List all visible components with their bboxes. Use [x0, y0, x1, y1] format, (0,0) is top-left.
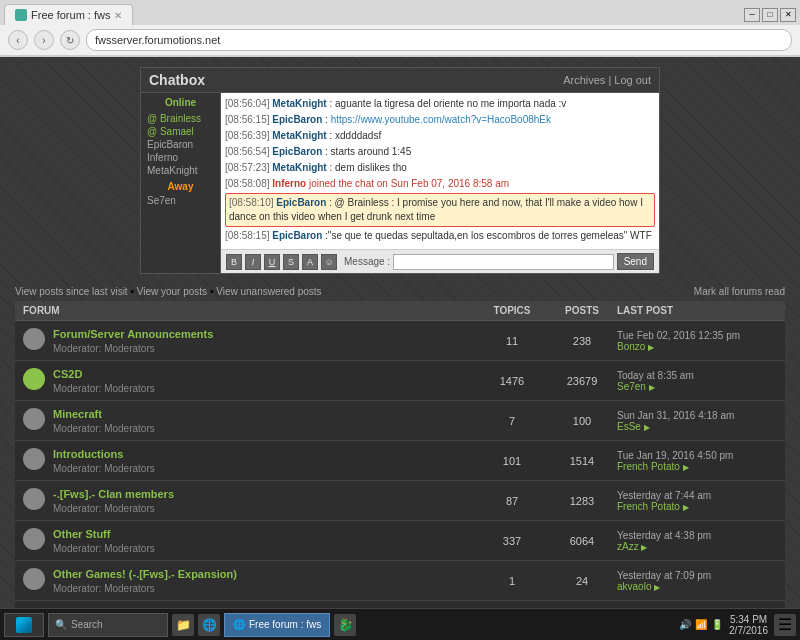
user-epicbaron: EpicBaron	[145, 138, 216, 151]
view-your-posts-link[interactable]: View your posts	[137, 286, 207, 297]
online-label: Online	[145, 97, 216, 108]
forum-details: CS2D Moderator: Moderators	[53, 367, 155, 394]
chat-message: [08:58:15] EpicBaron :"se que te quedas …	[225, 229, 655, 243]
col-forum: FORUM	[23, 305, 477, 316]
minimize-button[interactable]: ─	[744, 8, 760, 22]
last-post-user: akvaolo ▶	[617, 581, 777, 592]
maximize-button[interactable]: □	[762, 8, 778, 22]
col-posts: POSTS	[547, 305, 617, 316]
forum-info: Other Stuff Moderator: Moderators	[23, 527, 477, 554]
forum-rows-container: Forum/Server Announcements Moderator: Mo…	[15, 321, 785, 637]
taskbar-search[interactable]: 🔍 Search	[48, 613, 168, 637]
last-post-time: Yesterday at 7:09 pm	[617, 570, 777, 581]
forum-name-link[interactable]: Forum/Server Announcements	[53, 328, 213, 340]
post-arrow-icon: ▶	[683, 463, 689, 472]
volume-icon: 📶	[695, 619, 707, 630]
forum-moderator: Moderator: Moderators	[53, 463, 155, 474]
post-arrow-icon: ▶	[641, 543, 647, 552]
active-window-label: Free forum : fws	[249, 619, 321, 630]
forum-details: Forum/Server Announcements Moderator: Mo…	[53, 327, 213, 354]
forum-table-header: FORUM TOPICS POSTS LAST POST	[15, 301, 785, 321]
forum-name-link[interactable]: -.[Fws].- Clan members	[53, 488, 174, 500]
last-post-user: French Potato ▶	[617, 501, 777, 512]
smiley-button[interactable]: ☺	[321, 254, 337, 270]
forum-name-link[interactable]: CS2D	[53, 368, 82, 380]
forum-icon	[23, 408, 45, 430]
user-metaknight: MetaKnight	[145, 164, 216, 177]
forum-info: -.[Fws].- Clan members Moderator: Modera…	[23, 487, 477, 514]
taskbar-app-icon[interactable]: 🐉	[334, 614, 356, 636]
forum-topics: 11	[477, 335, 547, 347]
taskbar-browser-icon[interactable]: 🌐	[198, 614, 220, 636]
tab-close-button[interactable]: ✕	[114, 10, 122, 21]
underline-button[interactable]: U	[264, 254, 280, 270]
forum-topics: 337	[477, 535, 547, 547]
close-button[interactable]: ✕	[780, 8, 796, 22]
forum-name-link[interactable]: Minecraft	[53, 408, 102, 420]
chat-link[interactable]: https://www.youtube.com/watch?v=HacoBo08…	[331, 114, 551, 125]
forum-moderator: Moderator: Moderators	[53, 583, 237, 594]
forum-row: Other Games! (-.[Fws].- Expansion) Moder…	[15, 561, 785, 601]
forum-moderator: Moderator: Moderators	[53, 423, 155, 434]
nav-bar: ‹ › ↻	[0, 25, 800, 56]
user-brainless: @ Brainless	[145, 112, 216, 125]
forum-topics: 1476	[477, 375, 547, 387]
user-inferno: Inferno	[145, 151, 216, 164]
forum-name-link[interactable]: Other Games! (-.[Fws].- Expansion)	[53, 568, 237, 580]
forward-button[interactable]: ›	[34, 30, 54, 50]
forum-icon	[23, 488, 45, 510]
active-window[interactable]: 🌐 Free forum : fws	[224, 613, 330, 637]
back-button[interactable]: ‹	[8, 30, 28, 50]
post-arrow-icon: ▶	[648, 343, 654, 352]
last-post-user: EsSe ▶	[617, 421, 777, 432]
message-input[interactable]	[393, 254, 614, 270]
page-content: Chatbox Archives | Log out Online @ Brai…	[0, 57, 800, 637]
last-post: Sun Jan 31, 2016 4:18 am EsSe ▶	[617, 410, 777, 432]
chat-message: [08:56:15] EpicBaron : https://www.youtu…	[225, 113, 655, 127]
taskbar-right: 🔊 📶 🔋 5:34 PM 2/7/2016 ☰	[679, 614, 796, 636]
start-button[interactable]	[4, 613, 44, 637]
forum-icon	[23, 528, 45, 550]
last-post: Yesterday at 4:38 pm zAzz ▶	[617, 530, 777, 552]
chatbox: Chatbox Archives | Log out Online @ Brai…	[140, 67, 660, 274]
view-posts-link[interactable]: View posts since last visit	[15, 286, 128, 297]
forum-moderator: Moderator: Moderators	[53, 503, 174, 514]
forum-icon	[23, 568, 45, 590]
tab-favicon	[15, 9, 27, 21]
forum-info: CS2D Moderator: Moderators	[23, 367, 477, 394]
browser-chrome: Free forum : fws ✕ ─ □ ✕ ‹ › ↻	[0, 0, 800, 57]
tab-title: Free forum : fws	[31, 9, 110, 21]
taskbar-explorer-icon[interactable]: 📁	[172, 614, 194, 636]
forum-name-link[interactable]: Introductions	[53, 448, 123, 460]
forum-icon	[23, 368, 45, 390]
italic-button[interactable]: I	[245, 254, 261, 270]
forum-links-bar: View posts since last visit • View your …	[15, 282, 785, 301]
forum-row: CS2D Moderator: Moderators 1476 23679 To…	[15, 361, 785, 401]
address-bar[interactable]	[86, 29, 792, 51]
last-post-user: French Potato ▶	[617, 461, 777, 472]
forum-name-link[interactable]: Other Stuff	[53, 528, 110, 540]
last-post-time: Tue Jan 19, 2016 4:50 pm	[617, 450, 777, 461]
forum-topics: 101	[477, 455, 547, 467]
message-label: Message :	[344, 256, 390, 267]
chatbox-sidebar: Online @ Brainless @ Samael EpicBaron In…	[141, 93, 221, 273]
color-button[interactable]: A	[302, 254, 318, 270]
forum-table: FORUM TOPICS POSTS LAST POST Forum/Serve…	[15, 301, 785, 637]
send-button[interactable]: Send	[617, 253, 654, 270]
bold-button[interactable]: B	[226, 254, 242, 270]
strikethrough-button[interactable]: S	[283, 254, 299, 270]
archives-link[interactable]: Archives	[563, 74, 605, 86]
forum-row: Minecraft Moderator: Moderators 7 100 Su…	[15, 401, 785, 441]
last-post: Yesterday at 7:09 pm akvaolo ▶	[617, 570, 777, 592]
last-post-time: Sun Jan 31, 2016 4:18 am	[617, 410, 777, 421]
chatbox-messages[interactable]: [08:56:04] MetaKnight : aguante la tigre…	[221, 93, 659, 249]
mark-read-link[interactable]: Mark all forums read	[694, 286, 785, 297]
forum-row: Other Stuff Moderator: Moderators 337 60…	[15, 521, 785, 561]
reload-button[interactable]: ↻	[60, 30, 80, 50]
last-post-user: Bonzo ▶	[617, 341, 777, 352]
forum-details: Minecraft Moderator: Moderators	[53, 407, 155, 434]
notification-icon[interactable]: ☰	[774, 614, 796, 636]
logout-link[interactable]: Log out	[614, 74, 651, 86]
browser-tab[interactable]: Free forum : fws ✕	[4, 4, 133, 25]
view-unanswered-link[interactable]: View unanswered posts	[216, 286, 321, 297]
